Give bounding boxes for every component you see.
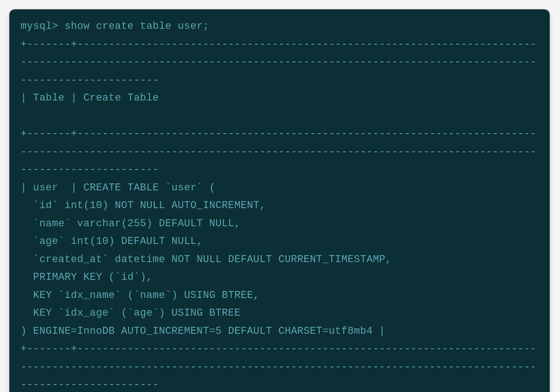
table-name-cell: | user |	[20, 182, 83, 194]
table-border-bottom: +-------+-------------------------------…	[20, 343, 536, 391]
table-border-mid: +-------+-------------------------------…	[20, 128, 536, 176]
create-table-stmt: CREATE TABLE `user` (	[83, 182, 216, 194]
index-name-def: KEY `idx_name` (`name`) USING BTREE,	[20, 290, 260, 301]
table-border-top: +-------+-------------------------------…	[20, 39, 536, 86]
terminal-content: mysql> show create table user; +-------+…	[20, 18, 539, 392]
column-age-def: `age` int(10) DEFAULT NULL,	[20, 236, 203, 247]
primary-key-def: PRIMARY KEY (`id`),	[20, 271, 153, 283]
engine-charset-def: ) ENGINE=InnoDB AUTO_INCREMENT=5 DEFAULT…	[20, 325, 385, 337]
mysql-prompt: mysql>	[20, 20, 65, 32]
terminal-window: mysql> show create table user; +-------+…	[9, 9, 550, 392]
column-id-def: `id` int(10) NOT NULL AUTO_INCREMENT,	[20, 200, 266, 211]
sql-command: show create table user;	[65, 20, 210, 32]
column-created-at-def: `created_at` datetime NOT NULL DEFAULT C…	[20, 254, 392, 265]
column-name-def: `name` varchar(255) DEFAULT NULL,	[20, 218, 241, 230]
index-age-def: KEY `idx_age` (`age`) USING BTREE	[20, 307, 241, 319]
table-header-row: | Table | Create Table	[20, 92, 159, 104]
